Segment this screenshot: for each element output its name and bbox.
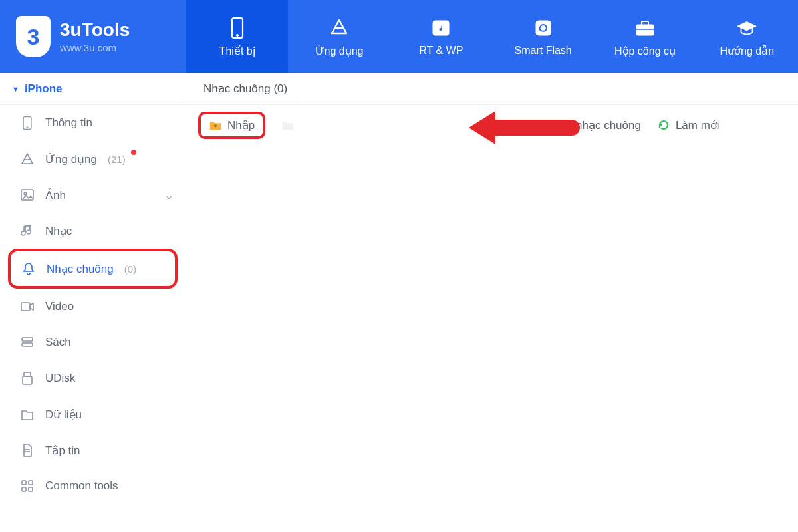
svg-rect-5 xyxy=(636,25,654,35)
content-tabs: Nhạc chuông (0) xyxy=(186,73,798,105)
export-folder-icon xyxy=(281,118,295,132)
chevron-down-icon: ⌄ xyxy=(164,188,174,202)
tab-label: Nhạc chuông (0) xyxy=(203,82,287,96)
phone-icon xyxy=(226,17,249,39)
sidebar-item-label: Nhạc chuông xyxy=(47,262,114,276)
bell-icon xyxy=(21,261,36,276)
nav-toolbox[interactable]: Hộp công cụ xyxy=(594,0,696,73)
sidebar-item-label: Dữ liệu xyxy=(45,408,82,422)
file-icon xyxy=(20,443,35,458)
sidebar-item-files[interactable]: Tập tin xyxy=(0,432,186,468)
grid-icon xyxy=(20,479,35,493)
sidebar-item-data[interactable]: Dữ liệu xyxy=(0,396,186,432)
annotation-arrow-icon xyxy=(469,108,582,150)
sidebar-item-music[interactable]: Nhạc xyxy=(0,213,186,249)
appstore-icon xyxy=(328,17,350,39)
nav-label: RT & WP xyxy=(419,45,463,57)
svg-rect-14 xyxy=(22,338,33,341)
sidebar-item-count: (0) xyxy=(124,263,136,275)
video-icon xyxy=(20,299,35,314)
sidebar-item-label: Sách xyxy=(45,336,71,349)
grad-cap-icon xyxy=(735,17,758,39)
main-area: ▼ iPhone Thông tin Ứng dụng (21) Ảnh ⌄ N… xyxy=(0,73,798,532)
sidebar-item-apps[interactable]: Ứng dụng (21) xyxy=(0,141,186,177)
appstore-icon xyxy=(20,152,35,166)
music-icon xyxy=(20,223,35,238)
sidebar-item-count: (21) xyxy=(108,154,126,165)
sidebar-item-photos[interactable]: Ảnh ⌄ xyxy=(0,177,186,213)
flash-icon xyxy=(532,17,555,39)
svg-rect-4 xyxy=(536,21,551,35)
app-header: 3 3uTools www.3u.com Thiết bị Ứng dụng R… xyxy=(0,0,798,73)
sidebar-item-common-tools[interactable]: Common tools xyxy=(0,468,186,504)
sidebar-item-ringtones[interactable]: Nhạc chuông (0) xyxy=(8,249,178,289)
nav-label: Ứng dụng xyxy=(315,45,364,57)
svg-rect-17 xyxy=(23,376,32,384)
app-title: 3uTools xyxy=(60,20,130,41)
sidebar: ▼ iPhone Thông tin Ứng dụng (21) Ảnh ⌄ N… xyxy=(0,73,186,532)
sidebar-item-label: Video xyxy=(45,300,74,313)
device-icon xyxy=(20,116,35,130)
svg-rect-21 xyxy=(29,481,33,485)
sidebar-item-label: UDisk xyxy=(45,372,75,385)
sidebar-item-label: Tập tin xyxy=(45,444,80,458)
svg-point-12 xyxy=(24,192,27,195)
nav-rt-wp[interactable]: RT & WP xyxy=(390,0,492,73)
svg-point-1 xyxy=(236,34,238,36)
svg-rect-15 xyxy=(22,343,33,346)
sidebar-item-label: Common tools xyxy=(45,479,118,493)
svg-rect-6 xyxy=(642,21,648,25)
disk-icon xyxy=(20,371,35,386)
svg-rect-22 xyxy=(22,487,26,491)
sidebar-item-udisk[interactable]: UDisk xyxy=(0,360,186,396)
logo-icon: 3 xyxy=(16,16,51,57)
nav-apps[interactable]: Ứng dụng xyxy=(288,0,390,73)
folder-icon xyxy=(20,407,35,422)
sidebar-item-info[interactable]: Thông tin xyxy=(0,105,186,141)
nav-label: Smart Flash xyxy=(515,45,572,57)
import-folder-icon xyxy=(209,118,222,132)
dropdown-triangle-icon: ▼ xyxy=(12,85,19,93)
toolbar: Nhập Xóa Tạo nhạc ch xyxy=(186,105,798,145)
sidebar-item-label: Ảnh xyxy=(45,188,66,202)
import-button[interactable]: Nhập xyxy=(198,112,265,139)
music-file-icon xyxy=(430,17,452,39)
nav-smart-flash[interactable]: Smart Flash xyxy=(492,0,594,73)
content-panel: Nhạc chuông (0) Nhập xyxy=(186,73,798,532)
top-nav: Thiết bị Ứng dụng RT & WP Smart Flash Hộ… xyxy=(186,0,798,73)
svg-point-9 xyxy=(27,127,28,128)
logo-block: 3 3uTools www.3u.com xyxy=(0,0,186,73)
sidebar-item-books[interactable]: Sách xyxy=(0,325,186,360)
nav-label: Thiết bị xyxy=(219,45,255,57)
refresh-icon xyxy=(657,118,670,132)
image-icon xyxy=(20,188,35,202)
toolbox-icon xyxy=(634,17,656,39)
nav-guide[interactable]: Hướng dẫn xyxy=(696,0,798,73)
refresh-button[interactable]: Làm mới xyxy=(657,118,720,132)
sidebar-item-label: Nhạc xyxy=(45,224,72,238)
svg-rect-20 xyxy=(22,481,26,485)
sidebar-device-header[interactable]: ▼ iPhone xyxy=(0,73,186,105)
svg-rect-23 xyxy=(29,487,33,491)
sidebar-item-label: Thông tin xyxy=(45,116,92,130)
nav-label: Hộp công cụ xyxy=(614,45,676,57)
tab-ringtones[interactable]: Nhạc chuông (0) xyxy=(194,73,297,104)
notification-dot-icon xyxy=(131,150,136,155)
nav-label: Hướng dẫn xyxy=(720,45,775,57)
books-icon xyxy=(20,335,35,350)
app-subtitle: www.3u.com xyxy=(60,42,130,53)
import-label: Nhập xyxy=(227,118,255,132)
svg-rect-13 xyxy=(21,303,30,311)
sidebar-header-label: iPhone xyxy=(25,82,63,96)
sidebar-item-video[interactable]: Video xyxy=(0,289,186,325)
refresh-label: Làm mới xyxy=(676,118,720,132)
export-button[interactable] xyxy=(281,118,295,132)
nav-device[interactable]: Thiết bị xyxy=(186,0,288,73)
svg-rect-16 xyxy=(24,372,31,376)
sidebar-item-label: Ứng dụng xyxy=(45,152,97,166)
